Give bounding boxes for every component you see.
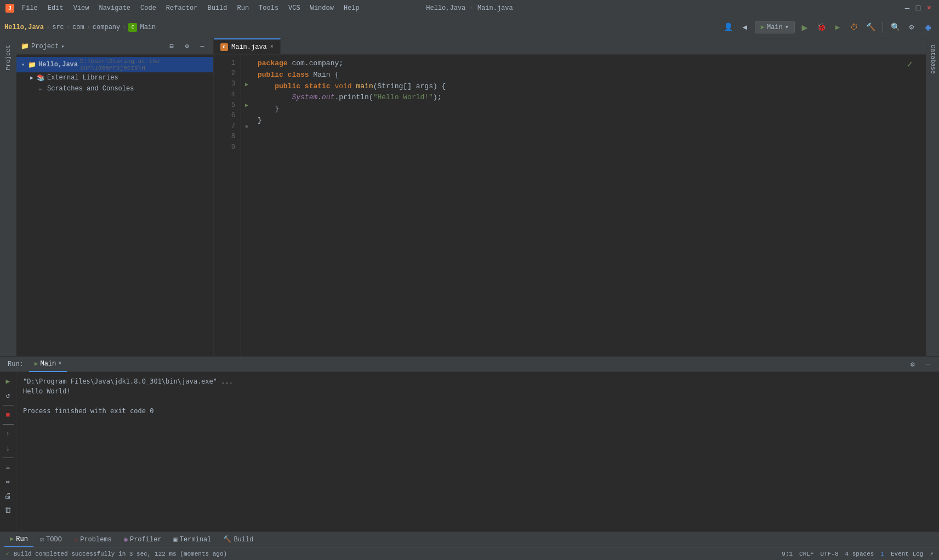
encoding[interactable]: UTF-8: [821, 551, 839, 557]
scroll-top-button[interactable]: ↑: [2, 428, 14, 440]
tool-tab-run[interactable]: ▶ Run: [4, 532, 33, 547]
breadcrumb-src[interactable]: src: [52, 24, 64, 31]
menu-build[interactable]: Build: [203, 3, 231, 13]
terminal-label: Terminal: [180, 536, 212, 544]
profile-user-button[interactable]: 👤: [722, 21, 735, 34]
tab-run[interactable]: ▶ Main ×: [29, 357, 67, 372]
sidebar-title: 📁 Project ▾: [21, 42, 64, 50]
tool-tab-terminal[interactable]: ▣ Terminal: [168, 532, 217, 547]
console-line-4: Process finished with exit code 0: [23, 406, 932, 416]
file-ok-indicator: ✓: [907, 58, 913, 70]
stop-button[interactable]: ■: [2, 409, 14, 421]
menu-refactor[interactable]: Refactor: [162, 3, 202, 13]
run-arrow-5[interactable]: ▶: [245, 102, 248, 108]
maximize-button[interactable]: □: [914, 4, 923, 13]
breadcrumb-com[interactable]: com: [72, 24, 84, 31]
breadcrumb-sep-3: ›: [87, 24, 90, 31]
cursor-position[interactable]: 9:1: [782, 551, 793, 557]
project-sidebar: 📁 Project ▾ ⊟ ⚙ — ▾ 📁 Hello,Java D:\User…: [16, 38, 214, 356]
code-line-1: package com.company;: [258, 58, 926, 70]
menu-window[interactable]: Window: [306, 3, 338, 13]
tool-tab-profiler[interactable]: ◉ Profiler: [118, 532, 167, 547]
menu-tools[interactable]: Tools: [254, 3, 283, 13]
database-tab[interactable]: Database: [929, 41, 937, 78]
bottom-settings-button[interactable]: ⚙: [906, 358, 919, 371]
editor-tab-main-java[interactable]: C Main.java ×: [214, 38, 281, 54]
menu-run[interactable]: Run: [232, 3, 253, 13]
console-output[interactable]: "D:\Program Files\Java\jdk1.8.0_301\bin\…: [16, 372, 939, 532]
menu-view[interactable]: View: [69, 3, 94, 13]
tab-close-main-java[interactable]: ×: [270, 44, 274, 50]
clear-button[interactable]: 🗑: [2, 504, 14, 516]
code-editor[interactable]: 1 2 3 4 5 6 7 8 9 ▶: [214, 55, 926, 356]
title-bar: J File Edit View Navigate Code Refactor …: [0, 0, 939, 16]
bottom-minimize-button[interactable]: —: [921, 358, 935, 371]
restart-button[interactable]: ▶: [2, 375, 14, 387]
run-config-selector[interactable]: ▶ Main ▾: [755, 21, 795, 33]
menu-vcs[interactable]: VCS: [284, 3, 305, 13]
sidebar-settings-button[interactable]: ⚙: [180, 40, 194, 53]
run-tab-close[interactable]: ×: [58, 361, 61, 367]
bookmark-icon-7: ◉: [245, 123, 248, 129]
close-sidebar-button[interactable]: —: [196, 40, 209, 53]
power-save-icon[interactable]: ⚡: [930, 550, 934, 557]
back-button[interactable]: ◀: [738, 21, 752, 34]
toolbar-right: 👤 ◀ ▶ Main ▾ ▶ 🐞 ▶ ⏱ 🔨 🔍 ⚙ ◉: [722, 21, 935, 34]
profiler-icon: ◉: [124, 535, 128, 544]
title-bar-left: J File Edit View Navigate Code Refactor …: [5, 3, 364, 13]
gutter-1: [241, 58, 252, 68]
tree-item-external-libs[interactable]: ▶ 📚 External Libraries: [16, 72, 213, 83]
code-line-3: public class Main {: [258, 70, 926, 81]
run-button[interactable]: ▶: [798, 21, 811, 34]
intellij-icon: ◉: [921, 21, 935, 34]
project-tool-window-tab[interactable]: Project: [4, 41, 13, 75]
collapse-all-button[interactable]: ⊟: [165, 40, 178, 53]
tree-item-hello-java[interactable]: ▾ 📁 Hello,Java D:\User\Staring at the Su…: [16, 57, 213, 72]
profile-button[interactable]: ⏱: [847, 21, 861, 34]
tree-item-scratches[interactable]: ✏ Scratches and Consoles: [16, 83, 213, 94]
debug-button[interactable]: 🐞: [815, 21, 828, 34]
editor-area: C Main.java × 1 2 3 4 5 6 7 8 9: [214, 38, 926, 356]
line-ending[interactable]: CRLF: [799, 551, 813, 557]
build-icon: 🔨: [223, 535, 231, 544]
run-arrow-3[interactable]: ▶: [245, 81, 248, 88]
project-dropdown-icon[interactable]: ▾: [61, 43, 64, 50]
filter-button[interactable]: ≡: [2, 461, 14, 473]
close-button[interactable]: ×: [925, 4, 934, 13]
print-button[interactable]: 🖨: [2, 490, 14, 502]
code-content[interactable]: package com.company; public class Main {…: [252, 55, 926, 356]
breadcrumb-project[interactable]: Hello,Java: [4, 24, 44, 31]
bottom-tabs-left: Run: ▶ Main ×: [4, 357, 67, 372]
event-log-label[interactable]: Event Log: [891, 551, 923, 557]
run-sidebar: ▶ ↺ ■ ↑ ↓ ≡ ⇔ 🖨 🗑: [0, 372, 16, 532]
indent[interactable]: 4 spaces: [845, 551, 874, 557]
menu-help[interactable]: Help: [339, 3, 364, 13]
tool-tab-problems[interactable]: ⚠ Problems: [69, 532, 117, 547]
rerun-button[interactable]: ↺: [2, 390, 14, 402]
bottom-tabs-bar: Run: ▶ Main × ⚙ —: [0, 357, 939, 372]
tab-label-main-java: Main.java: [231, 43, 267, 51]
breadcrumb-company[interactable]: company: [93, 24, 120, 31]
status-bar: ✓ Build completed successfully in 3 sec,…: [0, 547, 939, 560]
bottom-tabs-right: ⚙ —: [906, 358, 935, 371]
scroll-bottom-button[interactable]: ↓: [2, 442, 14, 454]
minimize-button[interactable]: —: [903, 4, 912, 13]
build-button-toolbar[interactable]: 🔨: [864, 21, 877, 34]
menu-navigate[interactable]: Navigate: [94, 3, 135, 13]
menu-code[interactable]: Code: [136, 3, 161, 13]
search-everywhere-button[interactable]: 🔍: [889, 21, 902, 34]
app-icon: J: [5, 4, 14, 13]
menu-edit[interactable]: Edit: [43, 3, 68, 13]
problems-icon: ⚠: [74, 535, 78, 544]
tool-tab-build[interactable]: 🔨 Build: [218, 532, 259, 547]
wrap-button[interactable]: ⇔: [2, 476, 14, 488]
tool-tab-todo[interactable]: ☑ TODO: [35, 532, 67, 547]
coverage-button[interactable]: ▶: [831, 21, 844, 34]
settings-button[interactable]: ⚙: [905, 21, 918, 34]
gutter-6: [241, 111, 252, 121]
breadcrumb-main[interactable]: Main: [140, 24, 156, 31]
todo-icon: ☑: [40, 535, 44, 544]
menu-file[interactable]: File: [18, 3, 42, 13]
profiler-label: Profiler: [130, 536, 162, 544]
code-gutter: ▶ ▶ ◉: [241, 55, 252, 356]
